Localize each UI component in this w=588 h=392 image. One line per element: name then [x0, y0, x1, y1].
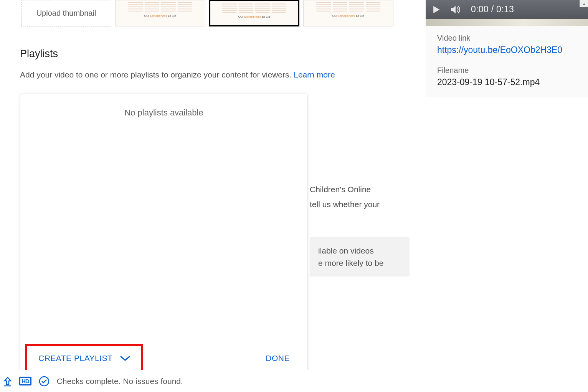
video-player-controls: 0:00 / 0:13 [426, 0, 588, 19]
video-scrubber-strip[interactable] [426, 19, 588, 26]
thumbnail-option-3[interactable]: Our Experiences Et Cie [303, 0, 393, 26]
learn-more-link[interactable]: Learn more [294, 70, 335, 79]
upload-thumbnail-button[interactable]: Upload thumbnail [21, 0, 111, 26]
playlists-section: Playlists Add your video to one or more … [20, 48, 335, 377]
playlist-body: No playlists available [20, 94, 307, 339]
thumbnail-option-1[interactable]: Our Experiences Et Cie [115, 0, 205, 26]
upload-status-bar: HD Checks complete. No issues found. [0, 370, 588, 392]
volume-icon[interactable] [450, 5, 462, 15]
hd-badge-icon: HD [19, 377, 31, 385]
playlist-dropdown-panel: No playlists available CREATE PLAYLIST D… [20, 94, 308, 377]
video-link[interactable]: https://youtu.be/EoOXOb2H3E0 [437, 45, 576, 55]
video-preview-panel: 0:00 / 0:13 Video link https://youtu.be/… [426, 0, 588, 97]
video-info: Video link https://youtu.be/EoOXOb2H3E0 … [426, 26, 588, 97]
chevron-down-icon [119, 355, 131, 362]
upload-thumbnail-label: Upload thumbnail [36, 9, 96, 18]
scrollbar-up-button[interactable]: ▴ [580, 0, 588, 7]
playlists-description: Add your video to one or more playlists … [20, 69, 335, 81]
create-playlist-button[interactable]: CREATE PLAYLIST [25, 344, 143, 372]
svg-point-1 [40, 377, 49, 386]
done-button[interactable]: DONE [266, 354, 290, 363]
playlists-title: Playlists [20, 48, 335, 60]
status-text: Checks complete. No issues found. [57, 377, 183, 386]
play-icon[interactable] [430, 4, 441, 15]
filename-value: 2023-09-19 10-57-52.mp4 [437, 77, 576, 87]
player-time: 0:00 / 0:13 [471, 4, 514, 15]
upload-arrow-icon [3, 376, 12, 387]
create-playlist-label: CREATE PLAYLIST [38, 354, 112, 363]
thumbnail-row: Upload thumbnail Our Experiences Et Cie … [21, 0, 393, 26]
check-circle-icon [38, 376, 50, 387]
video-link-label: Video link [437, 34, 576, 43]
filename-label: Filename [437, 66, 576, 75]
thumbnail-option-2-selected[interactable]: Our Experiences Et Cie [209, 0, 299, 26]
no-playlists-message: No playlists available [124, 108, 203, 339]
